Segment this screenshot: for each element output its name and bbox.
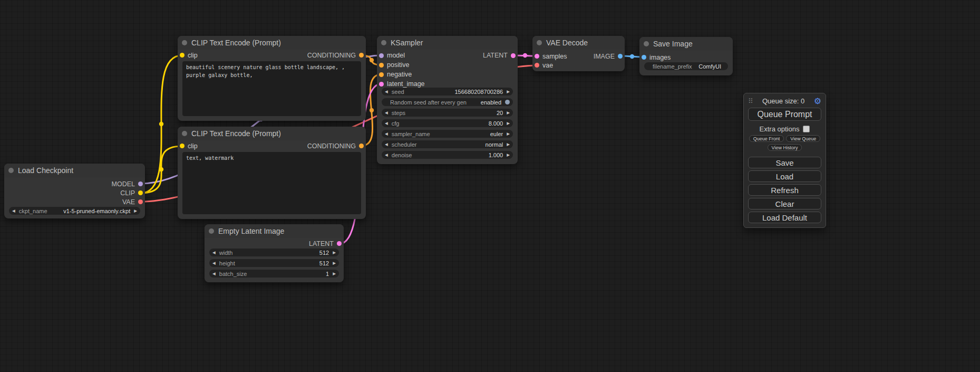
widget-value: ComfyUI: [698, 63, 721, 70]
node-collapse-dot[interactable]: [381, 40, 386, 45]
node-load-checkpoint[interactable]: Load Checkpoint MODEL CLIP VAE ◀ ckpt_na…: [4, 164, 145, 218]
node-vae-decode[interactable]: VAE Decode samples IMAGE vae: [532, 36, 625, 71]
port-row: CLIP: [4, 188, 145, 197]
node-titlebar[interactable]: CLIP Text Encode (Prompt): [178, 127, 366, 140]
height-widget[interactable]: ◀ height 512 ▶: [209, 259, 339, 267]
batch-size-widget[interactable]: ◀ batch_size 1 ▶: [209, 270, 339, 278]
load-button[interactable]: Load: [748, 170, 821, 182]
negative-input-port[interactable]: [379, 72, 384, 77]
increment-arrow-icon[interactable]: ▶: [333, 251, 336, 255]
node-collapse-dot[interactable]: [209, 228, 214, 234]
samples-input-port[interactable]: [535, 54, 539, 59]
node-ksampler[interactable]: KSampler model LATENT positive negative …: [377, 36, 518, 164]
node-collapse-dot[interactable]: [537, 40, 542, 45]
seed-control-widget[interactable]: Random seed after every gen enabled: [382, 98, 513, 106]
negative-prompt-textarea[interactable]: text, watermark: [182, 152, 361, 214]
widget-value: 512: [319, 260, 329, 266]
increment-arrow-icon[interactable]: ▶: [507, 121, 510, 126]
clip-output-port[interactable]: [138, 190, 143, 195]
extra-options-checkbox[interactable]: [803, 126, 810, 132]
node-titlebar[interactable]: KSampler: [377, 36, 518, 50]
increment-arrow-icon[interactable]: ▶: [507, 132, 510, 136]
node-titlebar[interactable]: Empty Latent Image: [205, 224, 344, 238]
seed-control-toggle-icon[interactable]: [505, 100, 510, 104]
widget-value: normal: [486, 141, 503, 148]
port-row: VAE: [4, 197, 145, 206]
sampler-name-widget[interactable]: ◀ sampler_name euler ▶: [382, 130, 513, 138]
conditioning-output-port[interactable]: [359, 144, 364, 148]
vae-output-port[interactable]: [138, 199, 143, 204]
increment-arrow-icon[interactable]: ▶: [134, 209, 137, 213]
positive-prompt-textarea[interactable]: beautiful scenery nature glass bottle la…: [182, 61, 361, 116]
decrement-arrow-icon[interactable]: ◀: [385, 121, 388, 126]
save-button[interactable]: Save: [748, 157, 821, 168]
conditioning-output-port[interactable]: [359, 53, 364, 58]
node-titlebar[interactable]: CLIP Text Encode (Prompt): [178, 36, 366, 50]
increment-arrow-icon[interactable]: ▶: [507, 142, 510, 147]
decrement-arrow-icon[interactable]: ◀: [212, 272, 216, 276]
port-row: LATENT: [205, 239, 344, 248]
decrement-arrow-icon[interactable]: ◀: [385, 142, 388, 147]
decrement-arrow-icon[interactable]: ◀: [385, 132, 388, 136]
latent-output-port[interactable]: [511, 53, 516, 58]
cfg-widget[interactable]: ◀ cfg 8.000 ▶: [382, 119, 513, 127]
decrement-arrow-icon[interactable]: ◀: [385, 153, 388, 157]
decrement-arrow-icon[interactable]: ◀: [385, 90, 388, 94]
ckpt-name-widget[interactable]: ◀ ckpt_name v1-5-pruned-emaonly.ckpt ▶: [9, 207, 140, 215]
images-input-port[interactable]: [642, 55, 646, 60]
node-empty-latent-image[interactable]: Empty Latent Image LATENT ◀ width 512 ▶ …: [205, 224, 344, 282]
node-title: VAE Decode: [546, 39, 588, 47]
steps-widget[interactable]: ◀ steps 20 ▶: [382, 109, 513, 117]
view-history-button[interactable]: View History: [768, 144, 802, 151]
settings-gear-icon[interactable]: ⚙: [814, 97, 821, 106]
node-collapse-dot[interactable]: [182, 131, 187, 136]
node-collapse-dot[interactable]: [644, 41, 649, 46]
model-input-port[interactable]: [379, 53, 384, 58]
load-default-button[interactable]: Load Default: [748, 212, 821, 223]
node-clip-text-encode-negative[interactable]: CLIP Text Encode (Prompt) clip CONDITION…: [178, 127, 366, 219]
clip-input-port[interactable]: [180, 53, 185, 58]
width-widget[interactable]: ◀ width 512 ▶: [209, 249, 339, 256]
increment-arrow-icon[interactable]: ▶: [507, 111, 510, 115]
node-collapse-dot[interactable]: [182, 40, 187, 45]
decrement-arrow-icon[interactable]: ◀: [212, 261, 216, 265]
refresh-button[interactable]: Refresh: [748, 184, 821, 196]
increment-arrow-icon[interactable]: ▶: [507, 153, 510, 157]
vae-input-port[interactable]: [535, 63, 539, 68]
node-titlebar[interactable]: VAE Decode: [532, 36, 625, 50]
filename-prefix-widget[interactable]: filename_prefix ComfyUI: [644, 62, 728, 70]
queue-front-button[interactable]: Queue Front: [749, 135, 784, 142]
decrement-arrow-icon[interactable]: ◀: [212, 251, 216, 255]
node-save-image[interactable]: Save Image images filename_prefix ComfyU…: [639, 37, 733, 75]
image-output-port[interactable]: [618, 54, 623, 59]
decrement-arrow-icon[interactable]: ◀: [385, 111, 388, 115]
scheduler-widget[interactable]: ◀ scheduler normal ▶: [382, 140, 513, 148]
widget-name: cfg: [392, 120, 400, 127]
port-row: negative: [377, 70, 518, 79]
node-title: Empty Latent Image: [218, 227, 284, 235]
increment-arrow-icon[interactable]: ▶: [507, 90, 510, 94]
node-titlebar[interactable]: Save Image: [639, 37, 733, 51]
latent-output-port[interactable]: [337, 241, 342, 246]
decrement-arrow-icon[interactable]: ◀: [12, 209, 15, 213]
node-clip-text-encode-positive[interactable]: CLIP Text Encode (Prompt) clip CONDITION…: [178, 36, 366, 121]
queue-prompt-button[interactable]: Queue Prompt: [748, 108, 821, 121]
node-titlebar[interactable]: Load Checkpoint: [4, 164, 145, 177]
clip-input-port[interactable]: [180, 144, 185, 148]
drag-handle-icon[interactable]: ⠿: [748, 97, 753, 105]
queue-size-label: Queue size: 0: [753, 97, 814, 105]
port-row: MODEL: [4, 179, 145, 188]
latent-image-input-port[interactable]: [379, 82, 384, 87]
increment-arrow-icon[interactable]: ▶: [333, 272, 336, 276]
seed-widget[interactable]: ◀ seed 156680208700286 ▶: [382, 88, 513, 96]
positive-input-port[interactable]: [379, 63, 384, 68]
increment-arrow-icon[interactable]: ▶: [333, 261, 336, 265]
node-graph-canvas[interactable]: Load Checkpoint MODEL CLIP VAE ◀ ckpt_na…: [0, 0, 980, 372]
widget-name: height: [219, 260, 235, 266]
clear-button[interactable]: Clear: [748, 198, 821, 209]
node-collapse-dot[interactable]: [8, 168, 14, 173]
denoise-widget[interactable]: ◀ denoise 1.000 ▶: [382, 151, 513, 159]
node-title: KSampler: [391, 39, 423, 47]
view-queue-button[interactable]: View Queue: [786, 135, 820, 142]
model-output-port[interactable]: [138, 182, 143, 186]
